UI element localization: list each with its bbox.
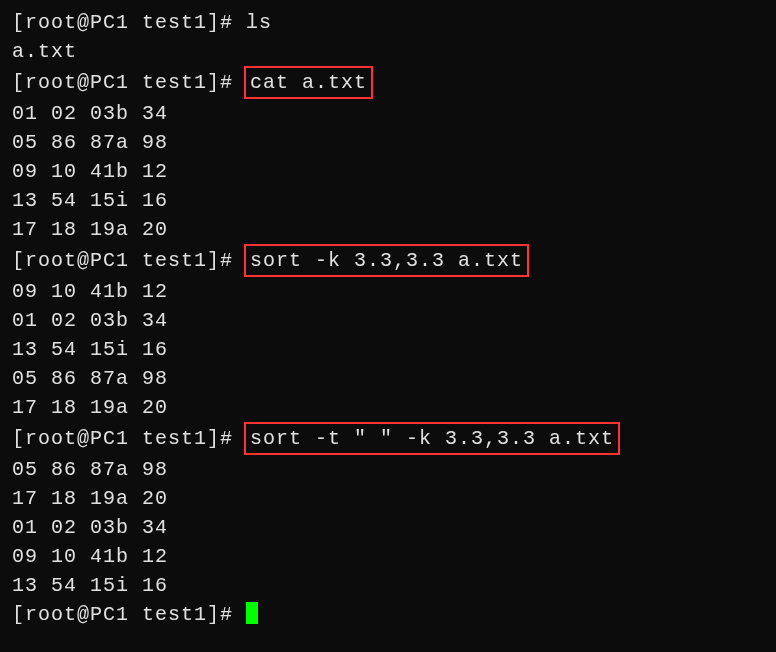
terminal-output: 09 10 41b 12 (12, 277, 764, 306)
terminal-output: a.txt (12, 37, 764, 66)
terminal-output: 01 02 03b 34 (12, 513, 764, 542)
terminal-screen[interactable]: [root@PC1 test1]# lsa.txt[root@PC1 test1… (12, 8, 764, 629)
terminal-line: [root@PC1 test1]# (12, 600, 764, 629)
terminal-output: 05 86 87a 98 (12, 455, 764, 484)
shell-prompt: [root@PC1 test1]# (12, 249, 246, 272)
highlighted-command: sort -k 3.3,3.3 a.txt (244, 244, 529, 277)
terminal-output: 05 86 87a 98 (12, 364, 764, 393)
terminal-output: 05 86 87a 98 (12, 128, 764, 157)
terminal-line: [root@PC1 test1]# sort -k 3.3,3.3 a.txt (12, 244, 764, 277)
terminal-cursor (246, 602, 258, 624)
terminal-line: [root@PC1 test1]# cat a.txt (12, 66, 764, 99)
highlighted-command: cat a.txt (244, 66, 373, 99)
terminal-output: 17 18 19a 20 (12, 215, 764, 244)
terminal-line: [root@PC1 test1]# sort -t " " -k 3.3,3.3… (12, 422, 764, 455)
terminal-output: 01 02 03b 34 (12, 99, 764, 128)
terminal-output: 13 54 15i 16 (12, 186, 764, 215)
command-text: ls (246, 11, 272, 34)
shell-prompt: [root@PC1 test1]# (12, 71, 246, 94)
terminal-output: 01 02 03b 34 (12, 306, 764, 335)
terminal-line: [root@PC1 test1]# ls (12, 8, 764, 37)
shell-prompt: [root@PC1 test1]# (12, 11, 246, 34)
terminal-output: 09 10 41b 12 (12, 157, 764, 186)
terminal-output: 09 10 41b 12 (12, 542, 764, 571)
terminal-output: 17 18 19a 20 (12, 484, 764, 513)
shell-prompt: [root@PC1 test1]# (12, 427, 246, 450)
terminal-output: 13 54 15i 16 (12, 571, 764, 600)
shell-prompt: [root@PC1 test1]# (12, 603, 246, 626)
highlighted-command: sort -t " " -k 3.3,3.3 a.txt (244, 422, 620, 455)
terminal-output: 13 54 15i 16 (12, 335, 764, 364)
terminal-output: 17 18 19a 20 (12, 393, 764, 422)
